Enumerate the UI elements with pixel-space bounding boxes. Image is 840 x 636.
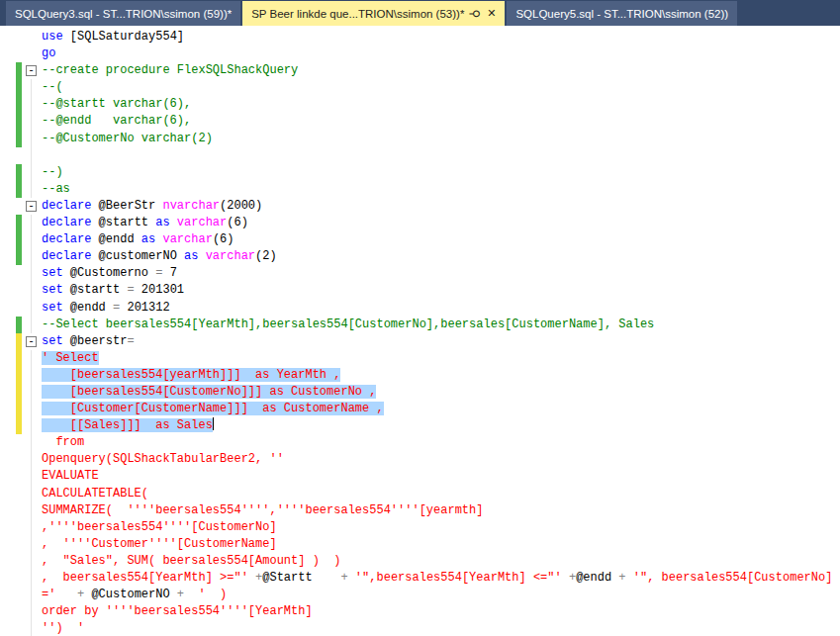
- code-text[interactable]: [[Sales]]] as Sales: [42, 417, 840, 434]
- code-line: declare @customerNO as varchar(2): [0, 248, 840, 265]
- fold-margin: [22, 603, 42, 620]
- code-line: =' + @CustomerNO + ' ): [0, 587, 840, 603]
- fold-margin: -: [22, 62, 42, 79]
- fold-margin: [22, 113, 42, 130]
- code-text[interactable]: declare @startt as varchar(6): [42, 215, 840, 231]
- fold-margin: [22, 367, 42, 384]
- fold-margin: [22, 79, 42, 96]
- code-line: use [SQLSaturday554]: [0, 29, 840, 45]
- fold-margin: [22, 164, 42, 181]
- code-text[interactable]: use [SQLSaturday554]: [42, 29, 840, 45]
- code-text[interactable]: , "Sales", SUM( beersales554[Amount] ) ): [42, 553, 840, 570]
- fold-collapse-icon[interactable]: -: [26, 336, 37, 347]
- fold-margin: [22, 265, 42, 282]
- code-text[interactable]: set @startt = 201301: [42, 282, 840, 299]
- fold-margin: [22, 451, 42, 468]
- fold-margin: [22, 502, 42, 519]
- text-selection: [beersales554[CustomerNo]]] as CustomerN…: [42, 385, 376, 399]
- fold-margin: [22, 96, 42, 113]
- code-text[interactable]: '') ': [42, 620, 840, 636]
- fold-margin: [22, 300, 42, 317]
- code-line: [Customer[CustomerName]]] as CustomerNam…: [0, 401, 840, 417]
- code-text[interactable]: order by ''''beersales554''''[YearMth]: [42, 603, 840, 620]
- code-text[interactable]: [beersales554[yearMth]]] as YearMth ,: [42, 367, 840, 384]
- fold-margin: [22, 417, 42, 434]
- code-line: --(: [0, 79, 840, 96]
- fold-margin: [22, 570, 42, 587]
- code-text[interactable]: [Customer[CustomerName]]] as CustomerNam…: [42, 401, 840, 417]
- code-text[interactable]: , ''''Customer''''[CustomerName]: [42, 536, 840, 553]
- code-editor[interactable]: use [SQLSaturday554]go---create procedur…: [0, 26, 840, 636]
- code-text[interactable]: declare @endd as varchar(6): [42, 231, 840, 248]
- code-text[interactable]: =' + @CustomerNO + ' ): [42, 587, 840, 603]
- code-text[interactable]: [42, 147, 840, 164]
- code-text[interactable]: CALCULATETABLE(: [42, 486, 840, 502]
- code-line: '') ': [0, 620, 840, 636]
- fold-margin: [22, 486, 42, 502]
- code-line: , beersales554[YearMth] >="' +@Startt + …: [0, 570, 840, 587]
- code-text[interactable]: --@endd varchar(6),: [42, 113, 840, 130]
- code-text[interactable]: from: [42, 434, 840, 451]
- fold-margin: [22, 317, 42, 333]
- code-text[interactable]: Openquery(SQLShackTabularBeer2, '': [42, 451, 840, 468]
- tab-label: SQLQuery3.sql - ST...TRION\ssimon (59))*: [15, 8, 232, 20]
- fold-margin: [22, 282, 42, 299]
- code-text[interactable]: [beersales554[CustomerNo]]] as CustomerN…: [42, 384, 840, 401]
- fold-collapse-icon[interactable]: -: [26, 201, 37, 212]
- code-text[interactable]: --as: [42, 181, 840, 198]
- code-line: set @Customerno = 7: [0, 265, 840, 282]
- text-selection: [Customer[CustomerName]]] as CustomerNam…: [42, 402, 384, 415]
- fold-margin: [22, 131, 42, 147]
- code-line: [beersales554[yearMth]]] as YearMth ,: [0, 367, 840, 384]
- code-line: --@endd varchar(6),: [0, 113, 840, 130]
- fold-margin: [22, 468, 42, 485]
- code-line: -declare @BeerStr nvarchar(2000): [0, 198, 840, 215]
- code-line: , ''''Customer''''[CustomerName]: [0, 536, 840, 553]
- fold-margin: [22, 434, 42, 451]
- code-text[interactable]: --): [42, 164, 840, 181]
- code-line: [0, 147, 840, 164]
- code-text[interactable]: go: [42, 45, 840, 62]
- code-text[interactable]: set @Customerno = 7: [42, 265, 840, 282]
- code-text[interactable]: declare @customerNO as varchar(2): [42, 248, 840, 265]
- tab-label: SQLQuery5.sql - ST...TRION\ssimon (52)): [515, 8, 728, 20]
- code-line: CALCULATETABLE(: [0, 486, 840, 502]
- text-selection: ' Select: [42, 351, 99, 365]
- fold-margin: [22, 401, 42, 417]
- code-text[interactable]: --@CustomerNo varchar(2): [42, 131, 840, 147]
- document-tab-3[interactable]: SQLQuery5.sql - ST...TRION\ssimon (52)): [507, 1, 737, 26]
- code-text[interactable]: set @beerstr=: [42, 333, 840, 350]
- code-line: ,''''beersales554''''[CustomerNo]: [0, 519, 840, 536]
- code-text[interactable]: ' Select: [42, 350, 840, 367]
- fold-margin: [22, 553, 42, 570]
- code-text[interactable]: set @endd = 201312: [42, 300, 840, 317]
- code-line: --@CustomerNo varchar(2): [0, 131, 840, 147]
- fold-margin: [22, 536, 42, 553]
- code-line: declare @startt as varchar(6): [0, 215, 840, 231]
- text-caret: [213, 417, 214, 430]
- code-text[interactable]: --@startt varchar(6),: [42, 96, 840, 113]
- text-selection: [[Sales]]] as Sales: [42, 418, 213, 432]
- document-tab-1[interactable]: SQLQuery3.sql - ST...TRION\ssimon (59))*: [6, 1, 240, 26]
- document-tabbar: SQLQuery3.sql - ST...TRION\ssimon (59))*…: [0, 0, 840, 26]
- fold-margin: -: [22, 198, 42, 215]
- pin-tab-icon[interactable]: ⚲: [470, 9, 482, 18]
- close-tab-icon[interactable]: ✕: [487, 8, 496, 19]
- code-text[interactable]: --(: [42, 79, 840, 96]
- code-text[interactable]: EVALUATE: [42, 468, 840, 485]
- fold-collapse-icon[interactable]: -: [26, 65, 37, 76]
- code-text[interactable]: declare @BeerStr nvarchar(2000): [42, 198, 840, 215]
- code-line: Openquery(SQLShackTabularBeer2, '': [0, 451, 840, 468]
- code-line: --@startt varchar(6),: [0, 96, 840, 113]
- code-line: -set @beerstr=: [0, 333, 840, 350]
- code-text[interactable]: ,''''beersales554''''[CustomerNo]: [42, 519, 840, 536]
- code-line: --Select beersales554[YearMth],beersales…: [0, 317, 840, 333]
- document-tab-2[interactable]: SP Beer linkde que...TRION\ssimon (53))*…: [242, 1, 505, 26]
- code-text[interactable]: --Select beersales554[YearMth],beersales…: [42, 317, 840, 333]
- code-text[interactable]: --create procedure FlexSQLShackQuery: [42, 62, 840, 79]
- code-text[interactable]: SUMMARIZE( ''''beersales554'''',''''beer…: [42, 502, 840, 519]
- code-text[interactable]: , beersales554[YearMth] >="' +@Startt + …: [42, 570, 840, 587]
- code-line: go: [0, 45, 840, 62]
- ssms-window: SQLQuery3.sql - ST...TRION\ssimon (59))*…: [0, 0, 840, 636]
- fold-margin: [22, 350, 42, 367]
